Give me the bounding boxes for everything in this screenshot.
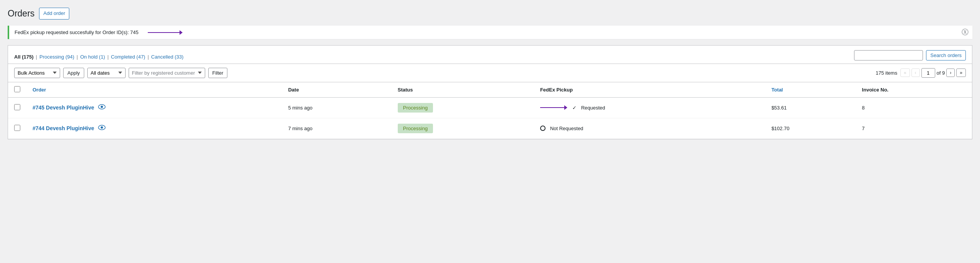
table-row: #745 Devesh PluginHive 5 mins ago bbox=[8, 97, 972, 118]
svg-point-1 bbox=[101, 106, 103, 108]
page-title: Orders bbox=[8, 8, 34, 19]
select-all-checkbox[interactable] bbox=[14, 86, 20, 92]
bulk-actions-select[interactable]: Bulk Actions bbox=[14, 68, 60, 78]
notice-close-button[interactable]: Ⓧ bbox=[962, 29, 969, 36]
notice-box: FedEx pickup requested succesfully for O… bbox=[8, 26, 972, 39]
all-dates-select[interactable]: All dates bbox=[87, 68, 126, 78]
tab-on-hold[interactable]: On hold (1) bbox=[80, 52, 105, 62]
view-eye-icon[interactable] bbox=[98, 104, 106, 111]
table-row: #744 Devesh PluginHive 7 mins ago bbox=[8, 118, 972, 139]
notice-arrow bbox=[145, 29, 182, 35]
main-content: All (175) | Processing (94) | On hold (1… bbox=[8, 45, 972, 139]
date-cell: 5 mins ago bbox=[282, 97, 392, 118]
orders-table: Order Date Status FedEx Pickup Total bbox=[8, 82, 972, 139]
search-input[interactable] bbox=[854, 50, 923, 60]
status-cell: Processing bbox=[392, 97, 534, 118]
col-total-header[interactable]: Total bbox=[765, 82, 856, 98]
add-order-button[interactable]: Add order bbox=[39, 8, 69, 20]
page-number-input[interactable] bbox=[921, 68, 935, 78]
status-cell: Processing bbox=[392, 118, 534, 139]
date-cell: 7 mins ago bbox=[282, 118, 392, 139]
arrow-right-purple-icon bbox=[148, 32, 182, 33]
tab-completed[interactable]: Completed (47) bbox=[111, 52, 145, 62]
order-cell: #744 Devesh PluginHive bbox=[26, 118, 282, 139]
order-link[interactable]: #745 Devesh PluginHive bbox=[33, 105, 94, 111]
tab-cancelled[interactable]: Cancelled (33) bbox=[151, 52, 184, 62]
pagination-next-button[interactable]: › bbox=[946, 69, 955, 77]
total-cell: $102.70 bbox=[765, 118, 856, 139]
tabs-left: All (175) | Processing (94) | On hold (1… bbox=[14, 52, 183, 62]
search-orders-button[interactable]: Search orders bbox=[926, 50, 966, 60]
fedex-cell: ✓ Requested bbox=[534, 97, 765, 118]
tab-processing[interactable]: Processing (94) bbox=[39, 52, 74, 62]
items-count: 175 items bbox=[876, 70, 897, 76]
toolbar: Bulk Actions Apply All dates Filter by r… bbox=[8, 64, 972, 82]
toolbar-right: 175 items « ‹ of 9 › » bbox=[876, 68, 966, 78]
status-badge: Processing bbox=[398, 103, 433, 113]
total-cell: $53.61 bbox=[765, 97, 856, 118]
apply-button[interactable]: Apply bbox=[63, 68, 84, 78]
tab-all[interactable]: All (175) bbox=[14, 52, 34, 62]
view-eye-icon[interactable] bbox=[98, 125, 106, 132]
invoice-cell: 7 bbox=[856, 118, 972, 139]
col-fedex-header: FedEx Pickup bbox=[534, 82, 765, 98]
checkmark-icon: ✓ bbox=[572, 105, 577, 111]
pagination-prev-button[interactable]: ‹ bbox=[911, 69, 920, 77]
col-status-header: Status bbox=[392, 82, 534, 98]
svg-point-3 bbox=[101, 126, 103, 129]
filter-button[interactable]: Filter bbox=[208, 68, 228, 78]
row-checkbox[interactable] bbox=[14, 125, 20, 131]
notice-text: FedEx pickup requested succesfully for O… bbox=[15, 29, 139, 35]
row-checkbox-cell bbox=[8, 118, 26, 139]
circle-icon bbox=[540, 126, 546, 131]
page-of-text: of 9 bbox=[937, 70, 945, 76]
pagination: « ‹ of 9 › » bbox=[900, 68, 966, 78]
requested-label: Requested bbox=[581, 105, 605, 111]
not-requested-label: Not Requested bbox=[550, 126, 583, 131]
customer-filter-select[interactable]: Filter by registered customer bbox=[129, 68, 205, 78]
page-wrapper: Orders Add order FedEx pickup requested … bbox=[0, 0, 980, 263]
tabs-bar: All (175) | Processing (94) | On hold (1… bbox=[8, 46, 972, 64]
pagination-last-button[interactable]: » bbox=[956, 69, 966, 77]
pagination-first-button[interactable]: « bbox=[900, 69, 910, 77]
table-header-row: Order Date Status FedEx Pickup Total bbox=[8, 82, 972, 98]
toolbar-left: Bulk Actions Apply All dates Filter by r… bbox=[14, 68, 227, 78]
row-checkbox[interactable] bbox=[14, 104, 20, 110]
status-badge: Processing bbox=[398, 124, 433, 133]
col-date-header[interactable]: Date bbox=[282, 82, 392, 98]
notice-content: FedEx pickup requested succesfully for O… bbox=[15, 29, 182, 35]
order-cell: #745 Devesh PluginHive bbox=[26, 97, 282, 118]
invoice-cell: 8 bbox=[856, 97, 972, 118]
col-order-header[interactable]: Order bbox=[26, 82, 282, 98]
order-link[interactable]: #744 Devesh PluginHive bbox=[33, 125, 94, 131]
col-invoice-header: Invoice No. bbox=[856, 82, 972, 98]
fedex-cell: Not Requested bbox=[534, 118, 765, 139]
fedex-arrow-icon bbox=[540, 107, 567, 108]
row-checkbox-cell bbox=[8, 97, 26, 118]
page-header: Orders Add order bbox=[8, 8, 972, 20]
col-checkbox bbox=[8, 82, 26, 98]
tabs-right: Search orders bbox=[854, 50, 966, 64]
